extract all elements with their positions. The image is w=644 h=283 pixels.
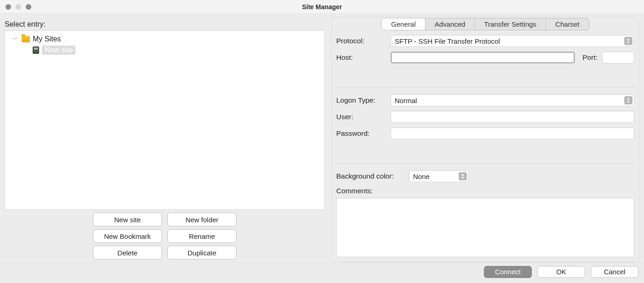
password-label: Password: (336, 129, 386, 138)
tree-root-row[interactable]: ﹀ My Sites (8, 34, 322, 45)
port-label: Port: (582, 53, 598, 62)
user-label: User: (336, 113, 386, 121)
logon-type-label: Logon Type: (336, 96, 386, 104)
protocol-value: SFTP - SSH File Transfer Protocol (395, 37, 500, 45)
left-pane: Select entry: ﹀ My Sites New site New si… (5, 17, 325, 262)
left-button-grid: New site New folder New Bookmark Rename … (5, 213, 325, 260)
rename-button[interactable]: Rename (167, 229, 236, 243)
tab-transfer-settings[interactable]: Transfer Settings (475, 18, 546, 30)
background-color-value: None (413, 173, 430, 180)
delete-button[interactable]: Delete (93, 246, 162, 260)
host-label: Host: (336, 53, 386, 62)
background-color-label: Background color: (336, 172, 404, 180)
site-tree[interactable]: ﹀ My Sites New site (5, 30, 325, 210)
comments-label: Comments: (336, 187, 634, 195)
select-entry-label: Select entry: (5, 20, 325, 29)
protocol-select[interactable]: SFTP - SSH File Transfer Protocol ▲▼ (391, 35, 634, 47)
new-folder-button[interactable]: New folder (167, 213, 236, 226)
protocol-label: Protocol: (336, 37, 386, 45)
connect-button[interactable]: Connect (484, 266, 532, 278)
server-icon (33, 46, 39, 54)
host-input[interactable] (391, 52, 575, 64)
titlebar: Site Manager (0, 0, 644, 14)
tree-site-label: New site (42, 46, 75, 55)
new-site-button[interactable]: New site (93, 213, 162, 226)
updown-arrows-icon: ▲▼ (624, 37, 632, 45)
comments-textarea[interactable] (336, 198, 634, 257)
disclosure-triangle-icon[interactable]: ﹀ (12, 35, 19, 43)
divider (336, 87, 634, 88)
dialog-footer: Connect OK Cancel (0, 262, 644, 281)
window-title: Site Manager (0, 3, 644, 11)
tab-charset[interactable]: Charset (546, 18, 589, 30)
updown-arrows-icon: ▲▼ (624, 96, 632, 104)
password-input[interactable] (391, 127, 634, 139)
tab-advanced[interactable]: Advanced (426, 18, 475, 30)
new-bookmark-button[interactable]: New Bookmark (93, 229, 162, 243)
background-color-select[interactable]: None ▲▼ (409, 170, 469, 182)
right-pane: General Advanced Transfer Settings Chars… (331, 17, 639, 262)
tab-bar: General Advanced Transfer Settings Chars… (381, 18, 589, 30)
duplicate-button[interactable]: Duplicate (167, 246, 236, 260)
logon-type-select[interactable]: Normal ▲▼ (391, 94, 634, 106)
folder-icon (22, 36, 30, 42)
user-input[interactable] (391, 111, 634, 123)
tree-site-row[interactable]: New site (8, 45, 322, 56)
tab-general[interactable]: General (382, 18, 425, 30)
logon-type-value: Normal (395, 97, 417, 104)
divider (336, 163, 634, 164)
cancel-button[interactable]: Cancel (591, 266, 638, 278)
updown-arrows-icon: ▲▼ (459, 172, 467, 180)
ok-button[interactable]: OK (537, 266, 585, 278)
port-input[interactable] (602, 52, 634, 64)
tree-root-label: My Sites (33, 35, 61, 43)
